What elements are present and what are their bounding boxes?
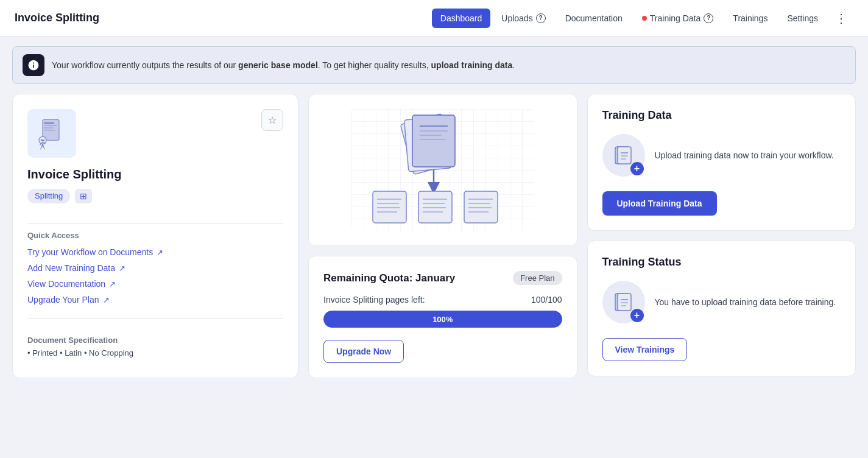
app-title: Invoice Splitting (15, 12, 99, 24)
divider-2 (27, 318, 283, 319)
nav-label-documentation: Documentation (565, 13, 623, 23)
training-status-add-icon: + (630, 309, 644, 322)
training-status-card: Training Status + You have to upload tra… (587, 241, 856, 376)
header: Invoice Splitting Dashboard Uploads ? Do… (0, 0, 868, 37)
info-icon (27, 59, 40, 71)
nav-label-dashboard: Dashboard (440, 13, 482, 23)
arrow-icon-add-training: ↗ (119, 264, 125, 273)
progress-bar-fill: 100% (323, 311, 562, 328)
banner-text: Your workflow currently outputs the resu… (52, 60, 515, 70)
nav-label-uploads: Uploads (501, 13, 532, 23)
workflow-card: ☆ Invoice Splitting Splitting ⊞ Quick Ac… (12, 94, 298, 378)
nav-item-training-data[interactable]: Training Data ? (633, 9, 722, 28)
main-grid: ☆ Invoice Splitting Splitting ⊞ Quick Ac… (0, 94, 868, 390)
workflow-thumb-image (34, 115, 70, 152)
banner-icon (23, 54, 44, 76)
illustration-card (308, 94, 577, 246)
training-data-content: + Upload training data now to train your… (602, 134, 841, 177)
link-try-workflow-label: Try your Workflow on Documents (27, 247, 153, 257)
progress-label: 100% (432, 315, 453, 324)
quota-row-label: Invoice Splitting pages left: (323, 295, 425, 305)
nav-more-icon[interactable]: ⋮ (829, 9, 853, 28)
tag-splitting: Splitting (27, 189, 70, 203)
svg-rect-18 (412, 115, 455, 167)
uploads-help-icon: ? (536, 13, 546, 23)
svg-line-11 (40, 147, 41, 150)
svg-point-7 (42, 139, 43, 140)
training-data-card: Training Data + Upload training data now… (587, 94, 856, 231)
svg-rect-29 (418, 191, 452, 223)
quota-card: Remaining Quota: January Free Plan Invoi… (308, 256, 577, 378)
training-data-icon: + (602, 134, 645, 177)
doc-spec-label: Document Specification (27, 336, 283, 345)
training-add-icon: + (630, 162, 644, 175)
training-status-title: Training Status (602, 256, 841, 269)
svg-rect-40 (618, 147, 631, 164)
quota-badge: Free Plan (513, 271, 562, 285)
quota-title: Remaining Quota: January (323, 272, 455, 284)
quota-row-value: 100/100 (531, 295, 562, 305)
star-icon: ☆ (268, 114, 277, 126)
arrow-icon-view-docs: ↗ (109, 280, 116, 289)
upgrade-now-button[interactable]: Upgrade Now (323, 340, 404, 363)
doc-spec-value: • Printed • Latin • No Cropping (27, 348, 283, 358)
divider-1 (27, 223, 283, 224)
workflow-thumbnail (27, 109, 76, 158)
svg-line-10 (43, 144, 44, 147)
training-data-help-icon: ? (704, 13, 713, 23)
nav-item-trainings[interactable]: Trainings (724, 9, 776, 28)
svg-point-8 (43, 139, 44, 140)
splitting-illustration (351, 109, 534, 231)
quota-header: Remaining Quota: January Free Plan (323, 271, 562, 285)
nav: Dashboard Uploads ? Documentation Traini… (432, 9, 853, 28)
svg-rect-34 (464, 191, 498, 223)
right-column: Training Data + Upload training data now… (587, 94, 856, 378)
nav-label-trainings: Trainings (733, 13, 767, 23)
workflow-name: Invoice Splitting (27, 167, 283, 181)
arrow-icon-try-workflow: ↗ (157, 248, 163, 257)
favorite-button[interactable]: ☆ (261, 109, 283, 131)
arrow-icon-upgrade-plan: ↗ (103, 295, 110, 305)
quota-row: Invoice Splitting pages left: 100/100 (323, 295, 562, 305)
nav-label-training-data: Training Data (650, 13, 701, 23)
link-upgrade-plan[interactable]: Upgrade Your Plan ↗ (27, 295, 283, 305)
link-add-training-label: Add New Training Data (27, 263, 115, 273)
training-status-content: + You have to upload training data befor… (602, 281, 841, 323)
quick-access-label: Quick Access (27, 231, 283, 240)
info-banner: Your workflow currently outputs the resu… (12, 46, 856, 84)
upload-training-data-button[interactable]: Upload Training Data (602, 191, 717, 216)
nav-item-uploads[interactable]: Uploads ? (493, 9, 554, 28)
nav-item-settings[interactable]: Settings (778, 9, 827, 28)
training-status-icon: + (602, 281, 645, 323)
link-add-training[interactable]: Add New Training Data ↗ (27, 263, 283, 273)
training-data-title: Training Data (602, 109, 841, 122)
link-view-docs-label: View Documentation (27, 279, 105, 289)
nav-label-settings: Settings (787, 13, 818, 23)
tags-container: Splitting ⊞ (27, 189, 283, 203)
tag-icon-expand: ⊞ (75, 189, 92, 203)
svg-rect-3 (44, 127, 53, 129)
view-trainings-button[interactable]: View Trainings (602, 338, 688, 361)
document-stack-status-icon (613, 291, 635, 313)
nav-item-dashboard[interactable]: Dashboard (432, 9, 491, 28)
training-status-description: You have to upload training data before … (655, 296, 836, 309)
document-stack-icon (613, 144, 635, 166)
nav-item-documentation[interactable]: Documentation (557, 9, 631, 28)
link-try-workflow[interactable]: Try your Workflow on Documents ↗ (27, 247, 283, 257)
progress-bar-bg: 100% (323, 311, 562, 328)
svg-line-12 (44, 147, 45, 150)
workflow-header: ☆ (27, 109, 283, 158)
training-data-description: Upload training data now to train your w… (655, 149, 834, 162)
svg-rect-24 (373, 191, 406, 223)
svg-rect-2 (44, 125, 57, 127)
link-view-docs[interactable]: View Documentation ↗ (27, 279, 283, 289)
svg-rect-4 (44, 130, 55, 131)
link-upgrade-plan-label: Upgrade Your Plan (27, 295, 99, 305)
svg-rect-45 (618, 294, 631, 311)
training-data-dot-icon (642, 16, 647, 21)
svg-rect-1 (44, 122, 54, 124)
